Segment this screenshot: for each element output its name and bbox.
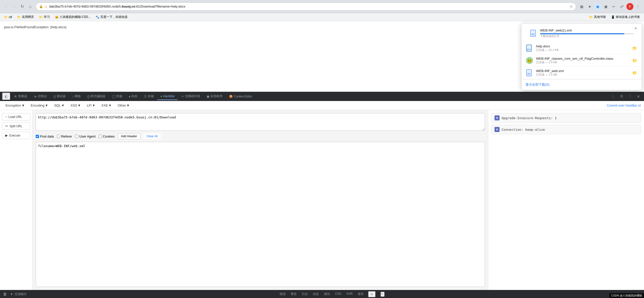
mobile-bookmarks[interactable]: 📱 移动设备上的书签 (609, 14, 642, 20)
bottom-tab-info[interactable]: 信息 (311, 291, 320, 297)
url-textarea[interactable] (36, 113, 485, 131)
devtools-tab-apps[interactable]: ▣ 应用程序 (204, 93, 225, 100)
devtools-undock-button[interactable]: ⇱ (618, 93, 625, 100)
hackbar-menu-xxe[interactable]: XXE ▼ (99, 103, 114, 108)
xss-label: XSS (70, 104, 77, 107)
account-icon[interactable]: ☍ (618, 3, 625, 10)
clear-all-button[interactable]: Clear All (143, 134, 161, 139)
bookmark-item-csdn[interactable]: 🐱 八块腹肌的橘猫-CSD... (53, 14, 93, 20)
referer-checkbox[interactable] (57, 135, 60, 138)
bottom-tab-requests[interactable]: 请求 (356, 291, 365, 297)
devtools-tab-viewer[interactable]: 👁 查看器 (11, 93, 30, 100)
cookies-checkbox[interactable] (99, 135, 102, 138)
user-agent-checkbox[interactable] (75, 135, 78, 138)
open-folder-xml[interactable]: 📁 (632, 70, 638, 76)
referer-checkbox-label[interactable]: Referer (57, 135, 72, 138)
devtools-expand-button[interactable]: ⇱ (381, 292, 385, 297)
devtools-tab-cookie[interactable]: 🍪 Cookie-Editor (226, 93, 255, 100)
bookmark-item-web[interactable]: 📁 实用网页 (15, 14, 36, 20)
other-bookmarks[interactable]: 📁 其他书签 (587, 14, 608, 20)
devtools-tab-memory[interactable]: ♦ 内存 (126, 93, 140, 100)
forward-button[interactable]: → (11, 3, 18, 10)
bookmark-item-study[interactable]: 📁 学习 (37, 14, 52, 20)
undo-icon[interactable]: ↩ (610, 3, 617, 10)
bookmark-icon-baidu: 🐾 (96, 15, 99, 19)
star-icon[interactable]: ☆ (570, 5, 573, 8)
sql-label: SQL (54, 104, 61, 107)
post-data-checkbox[interactable] (36, 135, 39, 138)
devtools-tab-network[interactable]: ↕ 网络 (69, 93, 84, 100)
download-popup-close[interactable]: × (633, 25, 639, 31)
xml-file-icon: XML (530, 30, 537, 37)
devtools-more-button[interactable]: ⋮ (609, 93, 617, 100)
open-folder-docx[interactable]: 📁 (632, 45, 638, 51)
perf-label: 性能 (116, 94, 122, 98)
hackbar-menu-sql[interactable]: SQL ▼ (52, 103, 67, 108)
devtools-close-button[interactable]: ✕ (635, 93, 642, 100)
main-content: java.io.FileNotFoundException: {help.doc… (0, 21, 644, 92)
cookie-label: Cookie-Editor (234, 95, 252, 98)
extension-puzzle-icon[interactable]: ▣ (602, 3, 609, 10)
hackbar-menu-xss[interactable]: XSS ▼ (68, 103, 83, 108)
devtools-tab-hackbar[interactable]: ● HackBar (157, 93, 178, 100)
devtools-tab-debugger[interactable]: {} 调试器 (51, 93, 69, 100)
open-folder-class[interactable]: 📁 (632, 57, 638, 63)
execute-icon: ▶ (5, 134, 8, 137)
extensions-icon[interactable]: ▦ (578, 3, 585, 10)
bookmark-icon-study: 📁 (39, 15, 43, 19)
warning-icon: ⚠ (45, 5, 48, 8)
bottom-tab-warnings[interactable]: 警告 (289, 291, 298, 297)
xxe-arrow: ▼ (108, 104, 112, 107)
bottom-tab-debug[interactable]: 调试 (322, 291, 331, 297)
menu-icon[interactable]: ⋮ (634, 3, 641, 10)
refresh-button[interactable]: ↻ (19, 3, 26, 10)
add-header-button[interactable]: Add Header (118, 133, 140, 139)
cookies-checkbox-label[interactable]: Cookies (99, 135, 115, 138)
hackbar-menu-lfi[interactable]: LFI ▼ (84, 103, 98, 108)
home-button[interactable]: ⌂ (27, 3, 34, 10)
back-button[interactable]: ← (3, 3, 10, 10)
hackbar-left-panel: ↑ Load URL ✂ Split URL ▶ Execute (0, 110, 33, 290)
devtools-tab-console[interactable]: ≫ 控制台 (31, 93, 50, 100)
hackbar-menu-encryption[interactable]: Encryption ▼ (3, 103, 27, 108)
hackbar-menu-encoding[interactable]: Encoding ▼ (28, 103, 51, 108)
bookmark-item-baidu[interactable]: 🐾 百度一下，你就知道 (94, 14, 130, 20)
devtools-icon[interactable]: ◉ (594, 3, 601, 10)
bottom-tab-css[interactable]: CSS (333, 291, 343, 297)
split-url-label: Split URL (10, 124, 22, 128)
bookmark-star-icon[interactable]: ★ (586, 3, 593, 10)
load-url-button[interactable]: ↑ Load URL (2, 113, 30, 120)
encryption-arrow: ▼ (21, 104, 25, 107)
mobile-icon: 📱 (611, 15, 615, 19)
post-data-textarea[interactable] (36, 142, 485, 287)
trash-icon[interactable]: 🗑 (3, 292, 7, 296)
show-all-downloads-button[interactable]: 显示全部下载(S) (525, 81, 549, 88)
viewer-icon: 👁 (14, 95, 17, 98)
style-label: 样式编辑器 (90, 94, 105, 98)
user-agent-checkbox-label[interactable]: User Agent (75, 135, 95, 138)
bottom-tab-errors[interactable]: 错误 (278, 291, 287, 297)
load-url-icon: ↑ (5, 115, 7, 119)
devtools-tab-a11y[interactable]: ♾ 无障碍环境 (178, 93, 203, 100)
execute-button[interactable]: ▶ Execute (2, 132, 30, 139)
xml-file-icon2: XML (525, 69, 534, 77)
class-file-icon: 🐸 (525, 56, 534, 64)
devtools-settings-button[interactable]: ⚙ (368, 291, 375, 297)
address-bar[interactable]: 🔒 ⚠ dab3ba75-b7eb-407d-9d63-097d633f4d50… (36, 3, 576, 11)
bottom-tab-logs[interactable]: 日志 (300, 291, 309, 297)
bottom-tab-xhr[interactable]: XHR (345, 291, 354, 297)
devtools-tab-style[interactable]: {} 样式编辑器 (84, 93, 108, 100)
devtools-tab-inspect[interactable]: ◐ (2, 92, 11, 100)
hackbar-menu-other[interactable]: Other ▼ (115, 103, 132, 108)
devtools-tab-perf[interactable]: ◯ 性能 (109, 93, 125, 100)
bookmark-item-ctf[interactable]: 📁 ctf (2, 14, 14, 20)
devtools-overflow-button[interactable]: ⋮ (626, 93, 634, 100)
header-badge-1: H (495, 115, 500, 120)
profile-avatar[interactable]: F (626, 3, 633, 10)
post-data-checkbox-label[interactable]: Post data (36, 135, 54, 138)
encoding-label: Encoding (31, 104, 44, 107)
devtools-tab-storage[interactable]: ☷ 存储 (141, 93, 157, 100)
bookmark-label-ctf: ctf (9, 15, 12, 19)
debugger-icon: {} (54, 95, 56, 98)
split-url-button[interactable]: ✂ Split URL (2, 122, 30, 130)
